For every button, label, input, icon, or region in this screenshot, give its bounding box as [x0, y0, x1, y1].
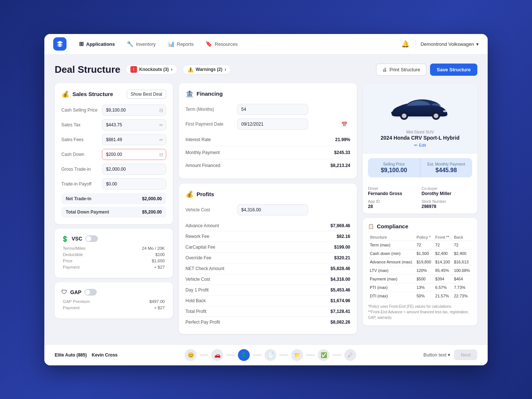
print-button[interactable]: 🖨 Print Structure: [376, 64, 426, 76]
print-icon: 🖨: [382, 67, 387, 72]
sales-fees-row: Sales Fees ✏: [61, 134, 166, 145]
app-logo[interactable]: [53, 37, 66, 51]
gross-tradein-input[interactable]: [102, 164, 166, 175]
step-4[interactable]: 📄: [265, 349, 276, 361]
col-policy-header: Policy *: [415, 234, 433, 241]
tradein-payoff-row: Trade-in Payoff: [61, 178, 166, 190]
financing-header: 🏦 Financing: [185, 90, 350, 98]
step-line-1: [200, 355, 208, 355]
first-payment-input[interactable]: [237, 119, 308, 130]
bottom-dealer-info: Elite Auto (885) Kevin Cross: [55, 352, 117, 358]
compliance-title: Compliance: [377, 223, 408, 229]
bottom-dealer-name: Elite Auto (885): [55, 352, 87, 358]
tradein-payoff-wrapper: [102, 178, 166, 190]
step-1[interactable]: 😊: [185, 349, 197, 361]
resources-icon: 🔖: [205, 41, 212, 47]
nav-right: 🔔 Demontrond Volkswagen ▾: [399, 38, 479, 50]
knockouts-badge[interactable]: ! Knockouts (3) ›: [126, 64, 177, 75]
nav-divider: [416, 39, 416, 49]
gap-header: 🛡 GAP: [61, 289, 166, 296]
car-image: [387, 89, 453, 126]
tradein-payoff-input[interactable]: [102, 178, 166, 190]
monthly-payment-value: $245.33: [334, 150, 350, 155]
compliance-row: DTI (max) 50% 21.57% 22.73%: [368, 291, 472, 300]
tradein-payoff-label: Trade-in Payoff: [61, 181, 102, 187]
step-line-2: [226, 355, 235, 355]
step-5[interactable]: 📁: [291, 349, 303, 361]
perfect-pay-row: Perfect Pay Profit $8,082.26: [185, 317, 350, 327]
car-meta: Driver Fernando Gross Co-buyer Dorothy M…: [363, 182, 477, 214]
page-title: Deal Structure: [55, 64, 120, 75]
cash-down-input[interactable]: [102, 149, 166, 160]
cash-selling-price-icon: ⊟: [159, 107, 163, 113]
vsc-icon: 💲: [61, 235, 69, 242]
sales-fees-input[interactable]: [102, 134, 166, 145]
car-edit-button[interactable]: ✏ Edit: [414, 143, 426, 148]
dealer-selector[interactable]: Demontrond Volkswagen ▾: [420, 41, 479, 47]
gap-toggle[interactable]: [84, 289, 97, 296]
compliance-row: LTV (max) 120% 85.45% 100.68%: [368, 266, 472, 274]
next-button[interactable]: Next: [454, 349, 477, 360]
vsc-terms-row: Terms/Miles 24 Mo / 20K: [63, 246, 165, 250]
amount-financed-value: $8,213.24: [331, 163, 350, 168]
button-text-selector[interactable]: Button text ▾: [423, 352, 450, 358]
nav-inventory[interactable]: 🔧 Inventory: [122, 38, 161, 50]
vehicle-cost-input[interactable]: [237, 204, 308, 215]
reports-icon: 📊: [168, 41, 175, 47]
nav-reports[interactable]: 📊 Reports: [163, 38, 199, 50]
cash-selling-price-label: Cash Selling Price: [61, 108, 102, 113]
term-input[interactable]: [237, 104, 308, 115]
page-header: Deal Structure ! Knockouts (3) › ⚠️ Warn…: [55, 64, 477, 76]
cash-selling-price-input[interactable]: [102, 105, 166, 116]
sales-tax-input[interactable]: [102, 119, 166, 130]
save-button[interactable]: Save Structure: [430, 64, 477, 76]
override-fee-row: Override Fee $320.21: [185, 253, 350, 263]
term-row: Term (Months): [185, 104, 350, 115]
first-payment-label: First Payment Date: [185, 122, 237, 127]
knockouts-dot: !: [130, 66, 137, 73]
inventory-icon: 🔧: [127, 41, 134, 47]
gap-panel: 🛡 GAP GAP Premium $497.00 Payment + $27: [55, 282, 173, 318]
compliance-icon: 📋: [368, 224, 374, 229]
svg-point-5: [443, 110, 447, 112]
applications-icon: ⊞: [79, 41, 84, 47]
interest-rate-label: Interest Rate: [185, 137, 211, 142]
nav-applications[interactable]: ⊞ Applications: [74, 38, 120, 50]
holdback-row: Hold Back $1,674.96: [185, 296, 350, 306]
monthly-payment-label: Monthly Payment: [185, 150, 220, 155]
car-meta-grid: Driver Fernando Gross Co-buyer Dorothy M…: [368, 186, 472, 209]
sales-tax-wrapper: ✏: [102, 119, 166, 130]
sales-tax-label: Sales Tax: [61, 122, 102, 127]
amount-financed-label: Amount Financed: [185, 163, 220, 168]
compliance-row: Term (max) 72 72 72: [368, 241, 472, 249]
compliance-notes: *Policy uses Front-End (FE) values for c…: [368, 304, 472, 320]
step-7[interactable]: 🖊: [344, 349, 356, 361]
warnings-badge[interactable]: ⚠️ Warnings (2) ›: [183, 65, 231, 74]
gap-details: GAP Premium $497.00 Payment + $27: [61, 299, 166, 310]
nav-resources[interactable]: 🔖 Resources: [200, 38, 243, 50]
show-best-deal-button[interactable]: Show Best Deal: [127, 90, 166, 99]
compliance-row: PTI (max) 13% 6.57% 7.73%: [368, 283, 472, 291]
step-line-5: [306, 355, 315, 355]
step-3[interactable]: 💲: [238, 349, 250, 361]
financing-title-row: 🏦 Financing: [185, 90, 223, 98]
step-line-6: [332, 355, 341, 355]
driver-item: Driver Fernando Gross: [368, 186, 419, 196]
bottom-steps: 😊 🚗 💲 📄 📁 ✅ 🖊: [117, 349, 423, 361]
nav-items: ⊞ Applications 🔧 Inventory 📊 Reports 🔖 R…: [74, 38, 399, 50]
button-text-chevron: ▾: [448, 352, 450, 358]
col-structure-header: Structure: [368, 234, 415, 241]
stock-item: Stock Number 298978: [422, 199, 472, 209]
knockouts-chevron: ›: [171, 67, 173, 72]
vsc-details: Terms/Miles 24 Mo / 20K Deductible $100 …: [61, 246, 166, 269]
main-grid: 💰 Sales Structure Show Best Deal Cash Se…: [55, 83, 477, 334]
svg-point-4: [434, 113, 439, 118]
car-panel: Mid-Sized SUV 2024 Honda CRV Sport-L Hyb…: [363, 83, 477, 214]
compliance-note2: **Front-End Advance = amount financed le…: [368, 309, 472, 320]
compliance-note1: *Policy uses Front-End (FE) values for c…: [368, 304, 472, 309]
calendar-icon: 📅: [341, 121, 347, 127]
step-2[interactable]: 🚗: [211, 349, 223, 361]
notifications-icon[interactable]: 🔔: [399, 38, 411, 50]
vsc-toggle[interactable]: [85, 235, 98, 242]
step-6[interactable]: ✅: [318, 349, 330, 361]
